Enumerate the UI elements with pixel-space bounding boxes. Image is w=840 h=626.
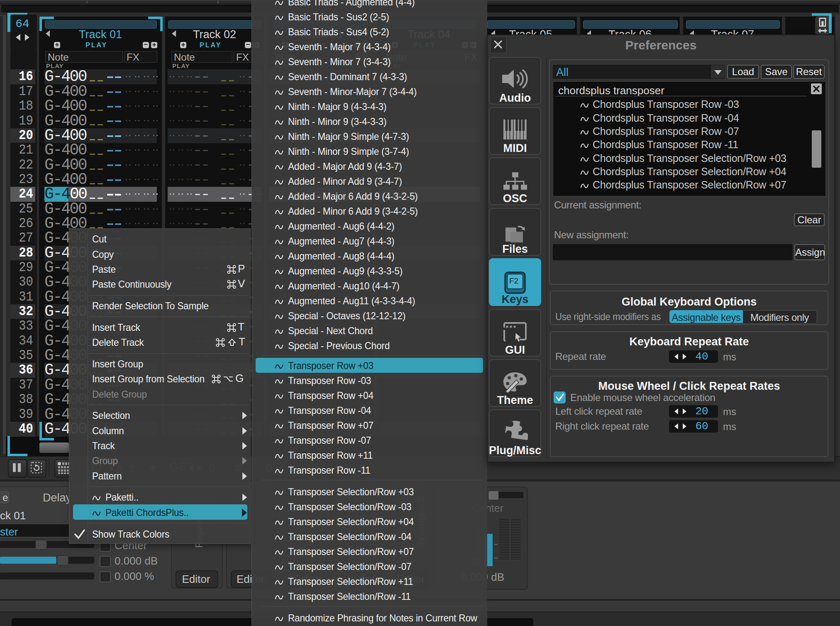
svg-text:F2: F2 — [509, 276, 518, 285]
